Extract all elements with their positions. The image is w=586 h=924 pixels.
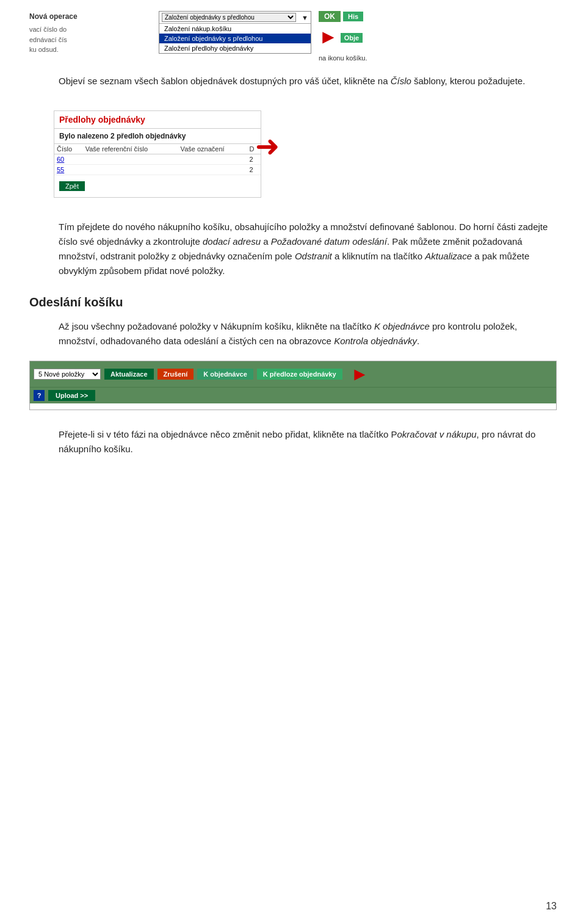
zruseni-button[interactable]: Zrušení <box>157 369 194 380</box>
items-select[interactable]: 5 Nové položky <box>34 369 101 380</box>
top-left-panel: Nová operace vací číslo do ednávací čís … <box>29 11 151 55</box>
upload-button[interactable]: Upload >> <box>48 390 95 401</box>
paragraph-3: Až jsou všechny požadované položky v Nák… <box>59 319 557 348</box>
ok-button[interactable]: OK <box>319 11 341 22</box>
red-arrow-template: ➜ <box>255 132 280 161</box>
col-ref: Vaše referenční číslo <box>83 144 178 154</box>
row2-d: 2 <box>247 165 261 175</box>
red-arrow-icon: ► <box>319 26 338 48</box>
na-ikonu-text: na ikonu košíku. <box>319 54 367 62</box>
col-cislo: Číslo <box>54 144 83 154</box>
row1-ref <box>83 154 178 165</box>
section-heading: Odeslání košíku <box>29 295 557 309</box>
top-screenshot-area: Nová operace vací číslo do ednávací čís … <box>29 11 557 62</box>
table-row: 55 2 <box>54 165 261 175</box>
dropdown-item-3[interactable]: Založení předlohy objednávky <box>159 43 311 53</box>
zpet-container: Zpět <box>54 175 261 197</box>
para2-text: Tím přejdete do nového nákupního košíku,… <box>59 222 548 276</box>
panel-line3: ku odsud. <box>29 45 151 55</box>
his-box: His <box>343 12 363 21</box>
row2-ref <box>83 165 178 175</box>
dropdown-menu-screenshot: Založení objednávky s předlohou ▼ Založe… <box>159 11 311 54</box>
dropdown-item-2[interactable]: Založení objednávky s předlohou <box>159 34 311 43</box>
aktualizace-button[interactable]: Aktualizace <box>104 369 154 380</box>
toolbar-box: 5 Nové položky Aktualizace Zrušení K obj… <box>29 361 557 410</box>
dropdown-top-bar: Založení objednávky s předlohou ▼ <box>159 12 311 24</box>
panel-line2: ednávací čís <box>29 35 151 45</box>
paragraph-1: Objeví se seznam všech šablon objednávek… <box>59 74 557 88</box>
template-title: Předlohy objednávky <box>54 111 261 129</box>
table-row: 60 2 <box>54 154 261 165</box>
row1-oznaceni <box>178 154 247 165</box>
toolbar-row2: ? Upload >> <box>30 387 556 403</box>
template-table: Číslo Vaše referenční číslo Vaše označen… <box>54 144 261 175</box>
row1-cislo[interactable]: 60 <box>54 154 83 165</box>
red-arrow-big-icon: ➜ <box>255 130 280 162</box>
paragraph-2: Tím přejdete do nového nákupního košíku,… <box>59 220 557 278</box>
right-buttons-panel: OK His ► Obje na ikonu košíku. <box>319 11 367 62</box>
page-number: 13 <box>546 901 557 912</box>
k-objednavce-button[interactable]: K objednávce <box>197 369 253 380</box>
panel-line1: vací číslo do <box>29 24 151 35</box>
help-button[interactable]: ? <box>34 390 45 401</box>
template-section: Předlohy objednávky Bylo nalezeno 2 před… <box>42 98 557 210</box>
dropdown-select[interactable]: Založení objednávky s předlohou <box>162 13 296 22</box>
k-predloze-button[interactable]: K předloze objednávky <box>257 369 342 380</box>
order-template-box: Předlohy objednávky Bylo nalezeno 2 před… <box>54 110 261 198</box>
para1-text: Objeví se seznam všech šablon objednávek… <box>59 76 525 86</box>
para3-text: Až jsou všechny požadované položky v Nák… <box>59 321 517 346</box>
dropdown-item-1[interactable]: Založení nákup.košíku <box>159 24 311 34</box>
nova-operace-title: Nová operace <box>29 11 151 22</box>
red-arrow-toolbar-icon: ► <box>351 364 369 384</box>
page-container: Nová operace vací číslo do ednávací čís … <box>0 0 586 924</box>
para4-text: Přejete-li si v této fázi na objednávce … <box>59 429 535 454</box>
table-header-row: Číslo Vaše referenční číslo Vaše označen… <box>54 144 261 154</box>
obje-box: Obje <box>341 33 363 43</box>
toolbar-row1: 5 Nové položky Aktualizace Zrušení K obj… <box>30 361 556 387</box>
template-found-text: Bylo nalezeno 2 předloh objednávky <box>54 129 261 144</box>
row2-cislo[interactable]: 55 <box>54 165 83 175</box>
dropdown-arrow-icon: ▼ <box>302 14 308 21</box>
zpet-button[interactable]: Zpět <box>59 181 85 191</box>
row2-oznaceni <box>178 165 247 175</box>
toolbar-bottom-space <box>30 403 556 410</box>
col-oznaceni: Vaše označení <box>178 144 247 154</box>
paragraph-4: Přejete-li si v této fázi na objednávce … <box>59 427 557 457</box>
